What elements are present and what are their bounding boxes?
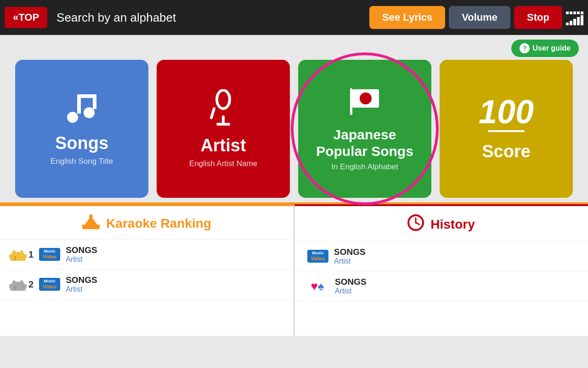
history-title: History bbox=[430, 217, 475, 232]
mv-badge-2: Music Video bbox=[39, 278, 60, 291]
mic-icon bbox=[209, 89, 237, 131]
svg-point-15 bbox=[89, 214, 93, 218]
jp-flag-icon bbox=[346, 86, 383, 118]
clock-icon bbox=[407, 214, 424, 235]
songs-tile-label: Songs bbox=[55, 133, 108, 154]
volume-button[interactable]: Volume bbox=[449, 6, 510, 29]
mv-badge-1: Music Video bbox=[39, 248, 60, 261]
song-name-2: SONGS bbox=[66, 275, 284, 285]
history-artist-name-2: Artist bbox=[335, 287, 579, 295]
user-guide-label: User guide bbox=[532, 44, 571, 52]
japanese-tile-sublabel: In English Alphabet bbox=[331, 162, 398, 172]
svg-rect-17 bbox=[83, 226, 99, 229]
svg-point-5 bbox=[217, 90, 230, 109]
artist-tile-label: Artist bbox=[200, 135, 246, 156]
history-item-1[interactable]: Music Video SONGS Artist bbox=[294, 242, 588, 271]
svg-point-0 bbox=[67, 112, 78, 123]
artist-name-2: Artist bbox=[66, 285, 284, 293]
svg-rect-9 bbox=[350, 88, 352, 115]
signal-icon bbox=[566, 10, 583, 25]
rank-2-badge: 2 2 bbox=[9, 277, 34, 292]
ranking-header: Karaoke Ranking bbox=[0, 206, 294, 240]
see-lyrics-button[interactable]: See Lyrics bbox=[369, 6, 445, 29]
rank-1-badge: 1 1 bbox=[9, 247, 34, 262]
score-tile[interactable]: 100 Score bbox=[440, 60, 573, 198]
japanese-tile-label: Japanese Popular Songs bbox=[316, 126, 413, 160]
history-song-name-2: SONGS bbox=[335, 277, 579, 287]
ranking-section: Karaoke Ranking 1 1 Music Video SO bbox=[0, 204, 294, 336]
ranking-song-2: SONGS Artist bbox=[66, 275, 284, 293]
ranking-title: Karaoke Ranking bbox=[106, 216, 211, 231]
svg-rect-3 bbox=[77, 94, 93, 98]
svg-point-27 bbox=[16, 282, 20, 285]
tiles-row: Songs English Song Title Artist English … bbox=[0, 60, 588, 202]
artist-name-1: Artist bbox=[66, 255, 284, 264]
japanese-tile-wrapper: Japanese Popular Songs In English Alphab… bbox=[298, 60, 431, 198]
user-guide-button[interactable]: ? User guide bbox=[511, 40, 579, 57]
svg-text:1: 1 bbox=[14, 255, 17, 261]
song-name-1: SONGS bbox=[66, 245, 284, 255]
bottom-row: Karaoke Ranking 1 1 Music Video SO bbox=[0, 202, 588, 336]
songs-tile[interactable]: Songs English Song Title bbox=[15, 60, 148, 198]
svg-rect-4 bbox=[93, 94, 96, 109]
history-song-2: SONGS Artist bbox=[335, 277, 579, 295]
music-icon bbox=[63, 92, 100, 128]
sub-header: ? User guide bbox=[0, 35, 588, 60]
history-item-2[interactable]: ♥♠ SONGS Artist bbox=[294, 271, 588, 301]
stop-button[interactable]: Stop bbox=[514, 6, 562, 29]
svg-point-21 bbox=[16, 252, 20, 255]
history-song-name-1: SONGS bbox=[334, 247, 579, 257]
songs-tile-sublabel: English Song Title bbox=[51, 157, 113, 166]
score-tile-label: Score bbox=[482, 141, 531, 162]
ranking-item-1[interactable]: 1 1 Music Video SONGS Artist bbox=[0, 240, 294, 270]
score-number: 100 bbox=[479, 95, 534, 128]
artist-tile[interactable]: Artist English Artist Name bbox=[157, 60, 290, 198]
history-section: History Music Video SONGS Artist ♥♠ SONG… bbox=[294, 204, 588, 336]
history-header: History bbox=[294, 206, 588, 242]
hearts-icon: ♥♠ bbox=[305, 279, 329, 293]
ranking-item-2[interactable]: 2 2 Music Video SONGS Artist bbox=[0, 270, 294, 299]
top-button[interactable]: «TOP bbox=[5, 7, 47, 28]
search-label: Search by an alphabet bbox=[52, 11, 365, 25]
artist-tile-sublabel: English Artist Name bbox=[189, 159, 257, 168]
japanese-tile[interactable]: Japanese Popular Songs In English Alphab… bbox=[298, 60, 431, 198]
ranking-song-1: SONGS Artist bbox=[66, 245, 284, 264]
question-icon: ? bbox=[520, 43, 530, 53]
score-underline bbox=[488, 130, 525, 132]
svg-line-6 bbox=[211, 109, 214, 118]
crown-icon bbox=[82, 214, 100, 233]
svg-point-11 bbox=[360, 92, 372, 104]
svg-line-32 bbox=[416, 223, 419, 224]
header: «TOP Search by an alphabet See Lyrics Vo… bbox=[0, 0, 588, 35]
svg-text:2: 2 bbox=[14, 285, 17, 291]
header-buttons: See Lyrics Volume Stop bbox=[369, 6, 583, 29]
history-artist-name-1: Artist bbox=[334, 257, 579, 265]
history-mv-badge-1: Music Video bbox=[307, 250, 328, 263]
history-song-1: SONGS Artist bbox=[334, 247, 579, 265]
